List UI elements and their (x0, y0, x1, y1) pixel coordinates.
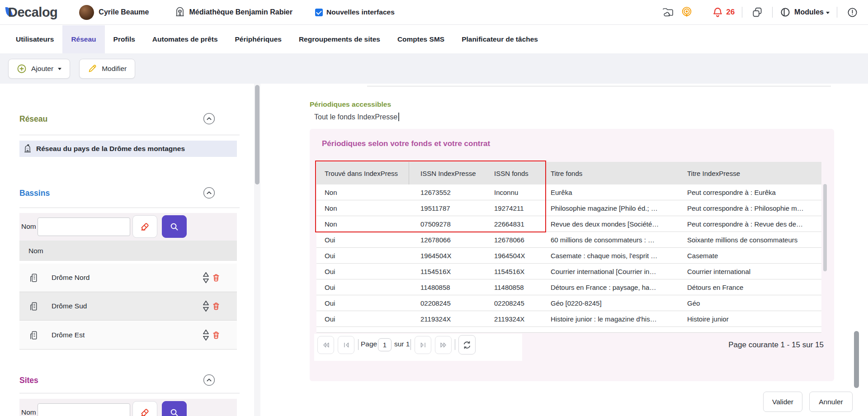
cell-found: Oui (316, 268, 409, 275)
table-row[interactable]: Oui 11480858 11480858 Détours en France … (316, 279, 821, 295)
validate-button[interactable]: Valider (763, 392, 802, 412)
bassin-row-drome-sud[interactable]: Drôme Sud (19, 292, 237, 321)
move-down-icon[interactable] (203, 336, 209, 341)
copy-layers-icon[interactable] (750, 5, 765, 20)
table-row[interactable]: Oui 1964504X 1964504X Casemate : chaque … (316, 248, 821, 264)
move-up-icon[interactable] (203, 300, 209, 306)
tab-peripheriques[interactable]: Périphériques (226, 25, 290, 53)
library-icon (175, 7, 185, 18)
tab-planificateur[interactable]: Planificateur de tâches (453, 25, 547, 53)
collapse-reseau-button[interactable] (203, 113, 215, 125)
new-interfaces-toggle[interactable]: Nouvelles interfaces (315, 8, 395, 16)
cell-titre-fonds: Courrier international [Courrier in… (545, 268, 680, 275)
page-number-input[interactable] (378, 338, 392, 351)
reorder-controls (203, 272, 209, 284)
delete-icon[interactable] (212, 301, 221, 311)
tab-regroupements[interactable]: Regroupements de sites (290, 25, 389, 53)
cell-issn-indexpresse: 11480858 (409, 284, 485, 291)
move-down-icon[interactable] (203, 307, 209, 312)
user-avatar[interactable] (79, 5, 94, 20)
cell-issn-fonds: Inconnu (485, 189, 545, 196)
network-item[interactable]: Réseau du pays de la Drôme des montagnes (19, 141, 237, 157)
chevron-down-icon (58, 68, 61, 70)
tab-reseau[interactable]: Réseau (62, 25, 104, 53)
cell-titre-indexpresse: Peut correspondre à : Eurêka (680, 189, 821, 196)
move-up-icon[interactable] (203, 272, 209, 277)
sidebar-scrollbar-thumb[interactable] (255, 85, 259, 184)
cell-titre-indexpresse: Géo (680, 299, 821, 307)
cell-issn-fonds: 22664831 (485, 220, 545, 228)
library-name[interactable]: Médiathèque Benjamin Rabier (189, 8, 293, 16)
delete-icon[interactable] (212, 273, 221, 283)
cell-titre-fonds: Revue des deux mondes [Société… (545, 220, 680, 228)
table-row[interactable]: Oui 12678066 12678066 60 millions de con… (316, 232, 821, 248)
tab-comptes-sms[interactable]: Comptes SMS (389, 25, 453, 53)
sites-search-button[interactable] (162, 401, 187, 416)
table-row[interactable]: Oui 02208245 02208245 Géo [0220-8245] Gé… (316, 295, 821, 311)
cell-issn-indexpresse: 1964504X (409, 252, 485, 260)
accessible-periodicals-label: Périodiques accessibles (310, 100, 391, 109)
accessible-periodicals-input[interactable]: Tout le fonds IndexPresse (314, 113, 399, 121)
header-issn-fonds: ISSN fonds (485, 170, 545, 177)
table-row[interactable]: Oui 1154516X 1154516X Courrier internati… (316, 264, 821, 279)
cell-titre-indexpresse: Casemate (680, 252, 821, 260)
table-header-row: Trouvé dans IndexPress ISSN IndexPresse … (316, 162, 821, 184)
decalog-logo: Decalog (6, 5, 57, 20)
modify-button[interactable]: Modifier (79, 59, 135, 79)
notifications-bell-icon[interactable] (710, 5, 725, 20)
cell-found: Oui (316, 315, 409, 323)
cell-issn-indexpresse: 12678066 (409, 236, 485, 244)
cell-titre-indexpresse: Peut correspondre à : Revue des de… (680, 220, 821, 228)
checkbox-checked-icon[interactable] (315, 9, 323, 16)
text-cursor (398, 113, 399, 121)
modules-dropdown[interactable]: Modules (780, 7, 830, 18)
cell-titre-fonds: Eurêka (545, 189, 680, 196)
cell-found: Oui (316, 299, 409, 307)
bassin-row-drome-est[interactable]: Drôme Est (19, 321, 237, 350)
add-button[interactable]: Ajouter (8, 59, 70, 79)
info-icon[interactable] (844, 5, 860, 20)
first-page-button[interactable] (317, 336, 334, 354)
bassin-row-drome-nord[interactable]: Drôme Nord (19, 264, 237, 292)
cell-titre-fonds: Géo [0220-8245] (545, 299, 680, 307)
section-title-reseau: Réseau (19, 114, 47, 124)
tab-profils[interactable]: Profils (105, 25, 144, 53)
bassins-clear-button[interactable] (132, 215, 157, 238)
table-row[interactable]: Non 12673552 Inconnu Eurêka Peut corresp… (316, 184, 821, 200)
table-row[interactable]: Non 19511787 19274211 Philosophie magazi… (316, 200, 821, 216)
cell-issn-fonds: 2119324X (485, 315, 545, 323)
sites-clear-button[interactable] (132, 401, 157, 416)
cell-found: Non (316, 204, 409, 212)
collapse-bassins-button[interactable] (203, 187, 215, 199)
chevron-down-icon (826, 12, 830, 14)
tab-utilisateurs[interactable]: Utilisateurs (7, 25, 62, 53)
next-page-button[interactable] (415, 336, 431, 354)
last-page-button[interactable] (435, 336, 452, 354)
bassin-name: Drôme Nord (52, 274, 203, 282)
delete-icon[interactable] (212, 330, 221, 340)
divider (367, 86, 831, 86)
collapse-sites-button[interactable] (203, 374, 215, 386)
section-title-sites: Sites (19, 376, 38, 385)
cancel-button[interactable]: Annuler (809, 392, 853, 412)
sites-name-input[interactable] (38, 403, 130, 416)
table-scrollbar-thumb[interactable] (823, 184, 827, 271)
bassins-name-input[interactable] (38, 217, 130, 236)
page-scrollbar-thumb[interactable] (854, 331, 859, 388)
logo-text: Decalog (8, 5, 57, 19)
move-up-icon[interactable] (203, 329, 209, 335)
header-issn-indexpresse: ISSN IndexPresse (409, 170, 485, 177)
bassins-search-button[interactable] (162, 215, 187, 238)
folder-sync-icon[interactable] (660, 5, 675, 20)
divider (19, 393, 240, 393)
previous-page-button[interactable] (338, 336, 354, 354)
separator (358, 339, 359, 350)
tab-automates[interactable]: Automates de prêts (144, 25, 226, 53)
table-row[interactable]: Non 07509278 22664831 Revue des deux mon… (316, 216, 821, 232)
broadcast-icon[interactable] (679, 5, 694, 20)
action-toolbar: Ajouter Modifier (0, 53, 868, 84)
refresh-button[interactable] (458, 335, 476, 355)
notification-count: 26 (726, 8, 735, 17)
move-down-icon[interactable] (203, 278, 209, 284)
table-row[interactable]: Oui 2119324X 2119324X Histoire junior : … (316, 311, 821, 327)
